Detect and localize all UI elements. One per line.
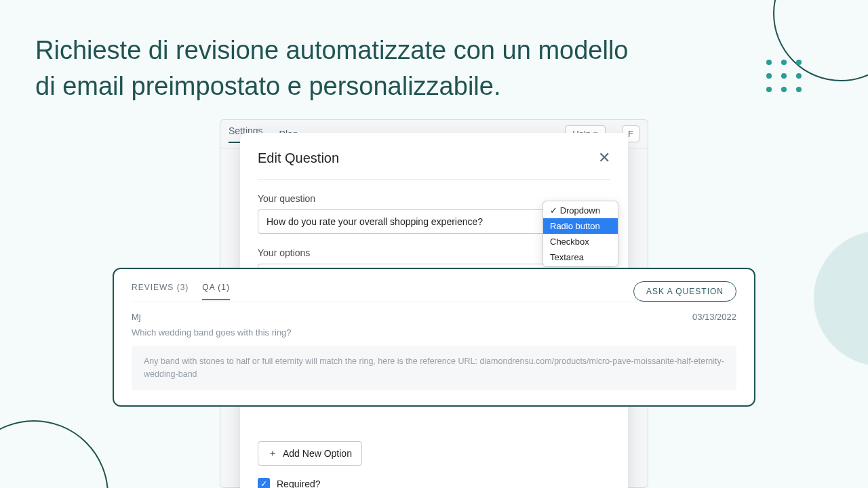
modal-title: Edit Question — [258, 150, 339, 166]
type-select-popover: Dropdown Radio button Checkbox Textarea — [542, 201, 618, 267]
required-row: ✓ Required? — [258, 478, 610, 488]
type-option-dropdown[interactable]: Dropdown — [543, 203, 618, 218]
tab-qa[interactable]: QA (1) — [202, 283, 230, 300]
close-icon[interactable]: ✕ — [598, 149, 610, 167]
type-option-textarea[interactable]: Textarea — [543, 249, 618, 265]
qa-panel: REVIEWS (3) QA (1) ASK A QUESTION Mj 03/… — [113, 268, 755, 407]
qa-answer-text: Any band with stones to half or full ete… — [132, 346, 736, 390]
qa-tabs: REVIEWS (3) QA (1) — [132, 283, 230, 300]
tab-reviews[interactable]: REVIEWS (3) — [132, 283, 189, 300]
plus-icon: ＋ — [268, 447, 277, 460]
qa-question-text: Which wedding band goes with this ring? — [132, 327, 736, 338]
required-checkbox[interactable]: ✓ — [258, 478, 270, 488]
add-option-button[interactable]: ＋ Add New Option — [258, 441, 362, 466]
qa-top: REVIEWS (3) QA (1) ASK A QUESTION — [132, 281, 736, 302]
decorative-circle-right — [814, 230, 868, 366]
ask-question-button[interactable]: ASK A QUESTION — [633, 281, 736, 302]
decorative-circle-bottom-left — [0, 420, 108, 488]
marketing-headline: Richieste di revisione automatizzate con… — [35, 33, 632, 104]
qa-date: 03/13/2022 — [692, 312, 736, 322]
add-option-label: Add New Option — [283, 448, 352, 459]
modal-header: Edit Question ✕ — [258, 149, 610, 180]
qa-meta: Mj 03/13/2022 — [132, 312, 736, 322]
qa-author: Mj — [132, 312, 141, 322]
qa-separator — [132, 302, 736, 302]
decorative-dots — [766, 60, 803, 92]
type-option-radio[interactable]: Radio button — [543, 218, 618, 234]
type-option-checkbox[interactable]: Checkbox — [543, 234, 618, 249]
required-label: Required? — [277, 479, 321, 488]
